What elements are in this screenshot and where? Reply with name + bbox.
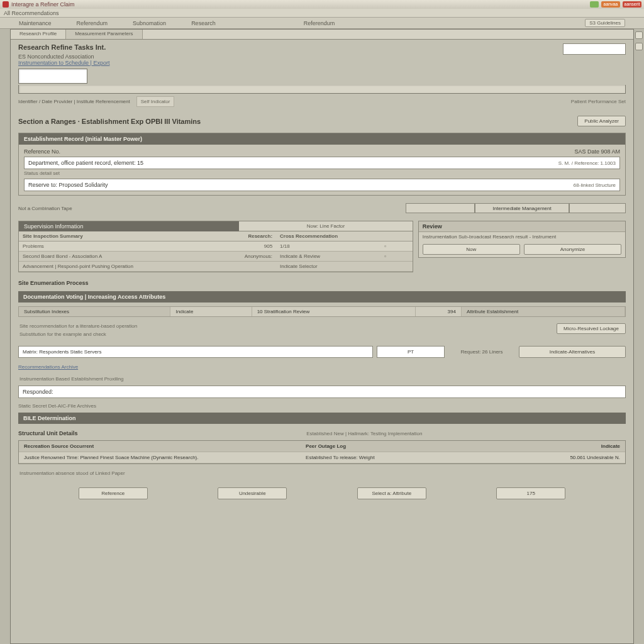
header-search-input[interactable] xyxy=(563,43,626,55)
combination-tape-label: Not a Combination Tape xyxy=(18,206,72,211)
tbl-col-peer: Peer Outage Log xyxy=(301,441,528,452)
filter-905[interactable]: 905 xyxy=(204,242,276,251)
struct-unit-table: Recreation Source Occurrent Peer Outage … xyxy=(18,440,626,464)
attr-header-row: Substitution Indexes Indicate 10 Stratif… xyxy=(18,306,626,317)
menu-referendum[interactable]: Referendum xyxy=(77,20,108,26)
menu-center[interactable]: Referendum xyxy=(304,20,335,26)
reserve-input[interactable]: Reserve to: Proposed Solidarity 68-linke… xyxy=(24,179,620,191)
static-secret-label: Static Secret Det-AIC-File Archives xyxy=(18,403,626,409)
desc-line-2: Substitution for the example and check xyxy=(18,331,557,340)
tab-research-profile[interactable]: Research Profile xyxy=(11,30,66,39)
tool-icon-1[interactable] xyxy=(635,31,643,39)
doc-voting-bar: Documentation Voting | Increasing Access… xyxy=(18,291,626,303)
responded-input[interactable]: Responded: xyxy=(18,386,626,398)
tabstrip: Research Profile Measurement Parameters xyxy=(11,30,633,40)
public-analyzer-button[interactable]: Public Analyzer xyxy=(577,116,626,126)
matrix-input[interactable]: Matrix: Respondents Static Servers xyxy=(18,346,373,358)
row1-expand-icon[interactable]: ▫ xyxy=(380,252,413,261)
menu-maintenance[interactable]: Maintenance xyxy=(19,20,52,26)
menu-research[interactable]: Research xyxy=(191,20,216,26)
review-panel: Review Instrumentation Sub-broadcast Res… xyxy=(418,221,626,258)
department-input-ref: S. M. / Reference: 1.1003 xyxy=(558,160,616,166)
status-badge-green xyxy=(590,1,599,8)
subtab-intermediate-mgmt[interactable]: Intermediate Management xyxy=(475,203,569,213)
filter-problems[interactable]: Problems xyxy=(19,242,204,251)
th-indicate[interactable]: Indicate xyxy=(170,307,252,316)
footer-buttons: Reference Undesirable Select a: Attribut… xyxy=(18,482,626,504)
filter-ratio[interactable]: 1/18 xyxy=(276,242,380,251)
status-detail-label: Status detail set xyxy=(24,170,620,176)
establishment-record-panel: Establishment Record (Initial Master Pow… xyxy=(18,133,626,196)
department-input[interactable]: Department, office patient record, eleme… xyxy=(24,157,620,169)
establishment-record-header: Establishment Record (Initial Master Pow… xyxy=(19,133,625,145)
tbl-row-c2: Established To release: Weight xyxy=(301,452,528,463)
col-research: Research: xyxy=(204,231,276,241)
review-header: Review xyxy=(419,221,625,232)
titlebar: Interagre a Refiner Claim aanvaa 3017 aa… xyxy=(0,0,644,9)
subtab-blank-1[interactable] xyxy=(406,203,475,213)
right-gutter xyxy=(634,29,644,644)
pt-input[interactable]: PT xyxy=(377,346,445,358)
tbl-row-c1[interactable]: Justice Renowned Time: Planned Finest So… xyxy=(19,452,301,463)
struct-unit-title: Structural Unit Details xyxy=(18,430,78,436)
row1-action[interactable]: Indicate & Review xyxy=(276,252,380,261)
desc-line-1: Site recommendation for a literature-bas… xyxy=(18,321,557,331)
tab-measurement-parameters[interactable]: Measurement Parameters xyxy=(66,30,142,39)
tool-icon-2[interactable] xyxy=(635,43,643,50)
th-stratification[interactable]: 10 Stratification Review xyxy=(252,307,416,316)
review-anonymize-button[interactable]: Anonymize xyxy=(524,244,621,255)
row2-action[interactable]: Indicate Selector xyxy=(276,262,380,271)
indicate-alt-button[interactable]: Indicate-Alternatives xyxy=(519,346,626,358)
subtab-blank-2[interactable] xyxy=(569,203,626,213)
page-subtitle: ES Nonconducted Association xyxy=(18,53,626,60)
row2-name[interactable]: Advancement | Respond-point Pushing Oper… xyxy=(19,262,204,271)
schedule-export-link[interactable]: Instrumentation to Schedule | Export xyxy=(18,60,626,66)
line-factor-tab[interactable]: Now: Line Factor xyxy=(239,221,412,231)
tbl-row-c3: 50.061 Undesirable N. xyxy=(528,452,625,463)
footer-note: Instrumentation absence stood of Linked … xyxy=(18,468,626,479)
review-now-button[interactable]: Now xyxy=(423,244,520,255)
responded-input-text: Responded: xyxy=(23,389,53,395)
bile-bar: BILE Determination xyxy=(18,413,626,424)
patient-performance-label: Patient Performance Set xyxy=(571,99,626,104)
footer-175-button[interactable]: 175 xyxy=(496,487,565,499)
col-site-summary: Site Inspection Summary xyxy=(19,231,204,241)
tbl-col-recreation: Recreation Source Occurrent xyxy=(19,441,301,452)
established-note: Established New | Hallmark: Testing Impl… xyxy=(103,431,626,436)
micro-lockage-button[interactable]: Micro-Resolved Lockage xyxy=(557,323,626,334)
reference-no-label: Reference No. xyxy=(24,148,60,155)
menu-subnomation[interactable]: Subnomation xyxy=(133,20,166,26)
guidelines-button[interactable]: S3 Guidelines xyxy=(585,19,625,27)
footer-select-attr-button[interactable]: Select a: Attribute xyxy=(357,487,426,499)
page-title: Research Refine Tasks Int. xyxy=(18,43,626,51)
row1-anon: Anonymous: xyxy=(204,252,276,261)
footer-undesirable-button[interactable]: Undesirable xyxy=(218,487,287,499)
request-liners-label: Request: 26 Liners xyxy=(448,346,515,358)
tbl-col-indicate: Indicate xyxy=(528,441,625,452)
section-ranges-title: Section a Ranges · Establishment Exp OPB… xyxy=(18,118,201,125)
supervision-info-panel: Supervision Information Now: Line Factor… xyxy=(18,221,413,272)
col-cross-rec: Cross Recommendation xyxy=(276,231,380,241)
row1-name[interactable]: Second Board Bond - Association A xyxy=(19,252,204,261)
supervision-info-header: Supervision Information xyxy=(19,221,239,231)
footer-reference-button[interactable]: Reference xyxy=(79,487,148,499)
identifier-label: Identifier / Date Provider | Institute R… xyxy=(18,99,130,104)
app-icon xyxy=(3,1,9,8)
identifier-input-ext[interactable] xyxy=(18,85,626,94)
rec-archive-link[interactable]: Recommendations Archive xyxy=(18,364,626,370)
menubar: Maintenance Referendum Subnomation Resea… xyxy=(0,18,644,29)
filter-expand-icon[interactable]: ▫ xyxy=(380,242,413,251)
page-header: Research Refine Tasks Int. ES Nonconduct… xyxy=(18,43,626,107)
department-input-text: Department, office patient record, eleme… xyxy=(28,160,143,166)
subtitlebar: All Recommendations xyxy=(0,9,644,18)
left-gutter xyxy=(0,29,10,644)
reserve-input-text: Reserve to: Proposed Solidarity xyxy=(28,182,108,188)
status-badge-red: aanserit xyxy=(623,1,641,8)
th-attr-estab[interactable]: Attribute Establishment xyxy=(462,307,625,316)
site-enum-title: Site Enumeration Process xyxy=(18,280,626,286)
identifier-input[interactable] xyxy=(18,69,87,84)
self-indicator-label: Self Indicator xyxy=(136,96,175,107)
th-substitution[interactable]: Substitution Indexes xyxy=(19,307,170,316)
th-394: 394 xyxy=(416,307,462,316)
status-badge-orange: aanvaa 3017 xyxy=(601,1,620,8)
